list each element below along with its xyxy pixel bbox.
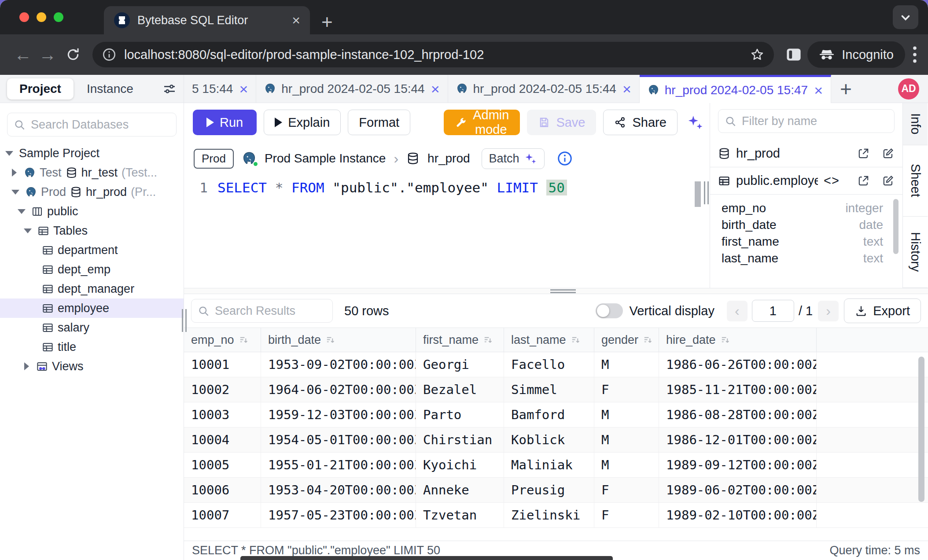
caret-right-icon[interactable] — [24, 362, 29, 370]
editor-scrollbar[interactable] — [695, 181, 701, 207]
tree-item-tables[interactable]: Tables — [0, 221, 184, 240]
browser-menu-icon[interactable] — [912, 45, 917, 64]
table-row[interactable]: 100031959-12-03T00:00:00ZPartoBamfordM19… — [184, 402, 928, 427]
editor-tab[interactable]: 5 15:44× — [184, 75, 256, 103]
prev-page-button[interactable]: ‹ — [727, 301, 748, 321]
editor-tab[interactable]: hr_prod 2024-02-05 15:44× — [256, 75, 448, 103]
sort-icon[interactable] — [720, 335, 730, 345]
database-name[interactable]: hr_prod — [427, 151, 470, 166]
column-header-first-name[interactable]: first_name — [416, 328, 504, 352]
sort-icon[interactable] — [643, 335, 653, 345]
side-tab-sheet[interactable]: Sheet — [903, 145, 928, 217]
editor-tab[interactable]: hr_prod 2024-02-05 15:47× — [640, 75, 831, 103]
admin-mode-button[interactable]: Admin mode — [444, 110, 520, 135]
tree-item-sample-project[interactable]: Sample Project — [0, 144, 184, 163]
browser-tab[interactable]: Bytebase SQL Editor × — [104, 6, 310, 34]
run-button[interactable]: Run — [193, 110, 257, 135]
table-row[interactable]: 100051955-01-21T00:00:00ZKyoichiMaliniak… — [184, 453, 928, 478]
sort-icon[interactable] — [325, 335, 335, 345]
filter-settings-icon[interactable] — [162, 82, 177, 96]
tree-item-title[interactable]: title — [0, 337, 184, 357]
format-button[interactable]: Format — [348, 110, 410, 135]
schema-filter-input[interactable] — [742, 114, 888, 128]
table-row[interactable]: 100041954-05-01T00:00:00ZChirstianKoblic… — [184, 427, 928, 453]
column-row-emp-no[interactable]: emp_nointeger — [722, 200, 883, 217]
caret-down-icon[interactable] — [11, 190, 19, 195]
caret-down-icon[interactable] — [18, 209, 26, 214]
zoom-window-button[interactable] — [54, 12, 63, 22]
instance-name[interactable]: Prod Sample Instance — [265, 151, 386, 166]
column-header-hire-date[interactable]: hire_date — [659, 328, 817, 352]
vertical-display-toggle[interactable] — [596, 303, 623, 318]
external-link-icon[interactable] — [857, 174, 870, 187]
schema-filter[interactable] — [718, 109, 895, 133]
view-code-icon[interactable]: <> — [824, 173, 840, 188]
forward-button[interactable]: → — [35, 46, 60, 63]
sort-icon[interactable] — [239, 335, 249, 345]
close-tab-icon[interactable]: × — [239, 81, 248, 96]
results-search[interactable] — [191, 299, 333, 323]
column-header-gender[interactable]: gender — [594, 328, 659, 352]
close-tab-icon[interactable]: × — [431, 81, 440, 96]
results-search-input[interactable] — [215, 304, 326, 318]
minimize-window-button[interactable] — [37, 12, 46, 22]
tree-item-dept-manager[interactable]: dept_manager — [0, 279, 184, 298]
column-header-last-name[interactable]: last_name — [504, 328, 594, 352]
tree-item-salary[interactable]: salary — [0, 318, 184, 337]
table-row[interactable]: 100011953-09-02T00:00:00ZGeorgiFacelloM1… — [184, 352, 928, 377]
side-tab-info[interactable]: Info — [903, 103, 928, 145]
sidebar-resize-handle[interactable] — [182, 309, 187, 332]
sql-code-line[interactable]: SELECT * FROM "public"."employee" LIMIT … — [217, 180, 567, 288]
batch-button[interactable]: Batch — [482, 148, 545, 169]
column-row-first-name[interactable]: first_nametext — [722, 233, 883, 250]
explain-button[interactable]: Explain — [264, 110, 341, 135]
tab-instance[interactable]: Instance — [87, 82, 133, 96]
side-panel-icon[interactable] — [786, 48, 801, 61]
external-link-icon[interactable] — [857, 147, 870, 160]
tree-item-test[interactable]: Testhr_test(Test... — [0, 163, 184, 182]
save-button[interactable]: Save — [527, 110, 596, 135]
sort-icon[interactable] — [571, 335, 581, 345]
vertical-resize-handle[interactable] — [704, 181, 709, 204]
tab-project[interactable]: Project — [7, 78, 74, 99]
user-avatar[interactable]: AD — [898, 78, 919, 99]
address-bar[interactable]: localhost:8080/sql-editor/prod-sample-in… — [92, 42, 774, 67]
caret-down-icon[interactable] — [24, 228, 32, 233]
tree-item-employee[interactable]: employee — [0, 298, 184, 318]
ai-sparkles-icon[interactable] — [686, 114, 704, 131]
column-row-birth-date[interactable]: birth_datedate — [722, 217, 883, 233]
sort-icon[interactable] — [483, 335, 493, 345]
tree-item-prod[interactable]: Prodhr_prod(Pr... — [0, 182, 184, 202]
tab-search-button[interactable] — [893, 5, 918, 29]
site-info-icon[interactable] — [102, 48, 116, 62]
back-button[interactable]: ← — [11, 46, 35, 63]
edit-icon[interactable] — [882, 147, 895, 160]
bookmark-star-icon[interactable] — [750, 48, 764, 62]
column-row-last-name[interactable]: last_nametext — [722, 250, 883, 267]
sql-editor[interactable]: 1 SELECT * FROM "public"."employee" LIMI… — [184, 175, 703, 288]
tree-item-department[interactable]: department — [0, 240, 184, 260]
close-window-button[interactable] — [19, 12, 29, 22]
table-row[interactable]: 100071957-05-23T00:00:00ZTzvetanZielinsk… — [184, 503, 928, 528]
schema-database-row[interactable]: hr_prod — [710, 140, 902, 167]
tree-item-views[interactable]: Views — [0, 357, 184, 376]
tree-item-dept-emp[interactable]: dept_emp — [0, 260, 184, 279]
info-icon[interactable] — [557, 151, 573, 166]
editor-tab[interactable]: hr_prod 2024-02-05 15:44× — [448, 75, 640, 103]
export-button[interactable]: Export — [844, 298, 921, 323]
database-search[interactable] — [7, 113, 177, 136]
reload-button[interactable] — [60, 47, 86, 62]
next-page-button[interactable]: › — [818, 301, 839, 321]
database-search-input[interactable] — [31, 118, 170, 132]
side-tab-history[interactable]: History — [903, 217, 928, 288]
column-header-emp-no[interactable]: emp_no — [184, 328, 261, 352]
horizontal-resize-handle[interactable] — [550, 289, 576, 295]
caret-right-icon[interactable] — [12, 169, 17, 177]
editor-panel-splitter[interactable] — [703, 103, 710, 288]
results-scrollbar[interactable] — [918, 357, 924, 502]
schema-table-row[interactable]: public.employee <> — [710, 167, 902, 195]
caret-down-icon[interactable] — [5, 151, 13, 156]
environment-chip[interactable]: Prod — [194, 149, 234, 169]
column-header-birth-date[interactable]: birth_date — [261, 328, 416, 352]
results-splitter[interactable] — [184, 288, 928, 294]
